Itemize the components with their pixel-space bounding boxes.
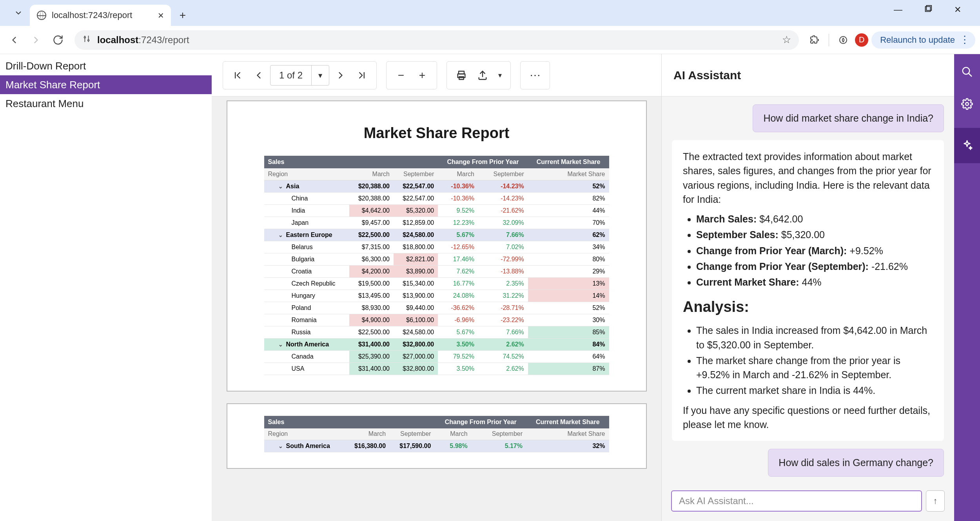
zoom-in-button[interactable]: + [412,66,432,85]
toolbar-separator [829,34,829,46]
page-selector[interactable]: 1 of 2 ▾ [270,65,329,86]
table-row: Czech Republic$19,500.00$15,340.0016.77%… [264,277,609,290]
nav-reload-button[interactable] [49,31,67,49]
ai-assistant-panel: AI Assistant How did market share change… [662,54,954,521]
table-row: Poland$8,930.00$9,440.00-36.62%-28.71%52… [264,302,609,314]
report-sidebar: Drill-Down Report Market Share Report Re… [0,54,212,521]
table-region-row: ⌄Asia$20,388.00$22,547.00-10.36%-14.23%5… [264,180,609,192]
table-row: Romania$4,900.00$6,100.00-6.96%-23.22%30… [264,314,609,326]
more-actions-button[interactable]: ⋯ [525,66,545,85]
ai-user-message: How did sales in Germany change? [768,449,944,477]
tab-search-dropdown[interactable] [11,5,26,20]
print-button[interactable] [452,66,471,85]
page-dropdown-caret[interactable]: ▾ [311,66,329,85]
expand-icon[interactable]: ⌄ [278,183,284,189]
ai-input-field[interactable] [671,490,922,512]
export-dropdown-caret[interactable]: ▾ [494,66,506,85]
report-page-2: Sales Change From Prior Year Current Mar… [227,403,647,469]
table-row: Russia$22,500.00$24,580.005.67%7.66%85% [264,326,609,338]
export-group: ▾ [446,61,511,89]
zoom-group: − + [386,61,437,89]
url-text: localhost:7243/report [97,35,189,46]
report-canvas[interactable]: Market Share Report Sales Change From Pr… [212,97,661,521]
ai-conversation[interactable]: How did market share change in India? Th… [662,97,954,484]
prev-page-button[interactable] [249,66,269,85]
tab-close-button[interactable]: × [158,9,164,22]
col-region: Region [264,168,349,180]
table-region-row: ⌄North America$31,400.00$32,800.003.50%2… [264,338,609,350]
more-icon: ⋮ [960,34,969,46]
table-row: Canada$25,390.00$27,000.0079.52%74.52%64… [264,350,609,363]
browser-titlebar: localhost:7243/report × + — ✕ [0,0,980,26]
browser-tab[interactable]: localhost:7243/report × [30,5,171,26]
extensions-icon[interactable] [806,31,823,49]
ai-user-message: How did market share change in India? [753,104,944,132]
window-minimize-button[interactable]: — [893,5,903,16]
table-row: Croatia$4,200.00$3,890.007.62%-13.88%29% [264,265,609,277]
report-title: Market Share Report [241,125,632,142]
col-market-share: Market Share [528,168,609,180]
svg-point-16 [965,102,969,106]
table-row: USA$31,400.00$32,800.003.50%2.62%87% [264,363,609,375]
table-row: Hungary$13,495.00$13,900.0024.08%31.22%1… [264,290,609,302]
relaunch-update-button[interactable]: Relaunch to update ⋮ [871,31,975,49]
ai-input-row: ↑ [662,484,954,521]
report-viewer: 1 of 2 ▾ − + ▾ ⋯ [212,54,662,521]
table-row: Japan$9,457.00$12,859.0012.23%32.09%70% [264,217,609,229]
more-group: ⋯ [520,61,550,89]
col-march-change: March [438,168,478,180]
svg-line-15 [969,73,972,77]
expand-icon[interactable]: ⌄ [278,232,284,238]
col-group-change: Change From Prior Year [438,156,528,168]
profile-avatar[interactable]: D [855,33,868,47]
rail-search-icon[interactable] [959,64,975,80]
reading-list-icon[interactable] [835,31,852,49]
svg-point-8 [840,36,847,44]
tab-title: localhost:7243/report [52,10,152,20]
window-maximize-button[interactable] [923,5,933,16]
pagination-group: 1 of 2 ▾ [223,61,377,89]
right-rail [954,54,980,521]
sidebar-item-market-share[interactable]: Market Share Report [0,75,212,94]
globe-icon [37,11,46,20]
table-row: Belarus$7,315.00$18,800.00-12.65%7.02%34… [264,241,609,253]
col-march: March [349,168,394,180]
nav-forward-button[interactable] [27,31,45,49]
col-september-change: September [478,168,528,180]
table-row: China$20,388.00$22,547.00-10.36%-14.23%8… [264,192,609,204]
report-table: Sales Change From Prior Year Current Mar… [264,156,609,375]
ai-assistant-message: The extracted text provides information … [672,140,944,441]
expand-icon[interactable]: ⌄ [278,443,284,449]
last-page-button[interactable] [352,66,372,85]
export-button[interactable] [473,66,492,85]
report-toolbar: 1 of 2 ▾ − + ▾ ⋯ [212,54,661,97]
rail-ai-sparkle-icon[interactable] [954,128,980,163]
next-page-button[interactable] [331,66,350,85]
col-september: September [394,168,438,180]
table-region-row: ⌄South America$16,380.00$17,590.005.98%5… [264,440,609,452]
expand-icon[interactable]: ⌄ [278,341,284,348]
ai-send-button[interactable]: ↑ [926,490,945,512]
ai-panel-title: AI Assistant [662,54,954,97]
window-close-button[interactable]: ✕ [953,5,963,16]
site-settings-icon[interactable] [82,35,91,46]
address-bar[interactable]: localhost:7243/report ☆ [74,30,799,50]
col-group-current: Current Market Share [528,156,609,168]
sidebar-item-restaurant-menu[interactable]: Restaurant Menu [0,94,212,113]
table-row: Bulgaria$6,300.00$2,821.0017.46%-72.99%8… [264,253,609,265]
bookmark-star-icon[interactable]: ☆ [782,34,791,46]
page-indicator: 1 of 2 [270,70,311,81]
first-page-button[interactable] [228,66,247,85]
col-group-sales: Sales [264,156,438,168]
report-table-p2: Sales Change From Prior Year Current Mar… [264,416,609,453]
sidebar-item-drilldown[interactable]: Drill-Down Report [0,56,212,75]
nav-back-button[interactable] [5,31,24,49]
zoom-out-button[interactable]: − [391,66,411,85]
table-row: India$4,642.00$5,320.009.52%-21.62%44% [264,204,609,217]
relaunch-label: Relaunch to update [880,35,955,45]
report-page-1: Market Share Report Sales Change From Pr… [227,100,647,392]
browser-toolbar: localhost:7243/report ☆ D Relaunch to up… [0,26,980,54]
new-tab-button[interactable]: + [175,7,191,23]
table-region-row: ⌄Eastern Europe$22,500.00$24,580.005.67%… [264,229,609,241]
rail-settings-icon[interactable] [959,96,975,112]
